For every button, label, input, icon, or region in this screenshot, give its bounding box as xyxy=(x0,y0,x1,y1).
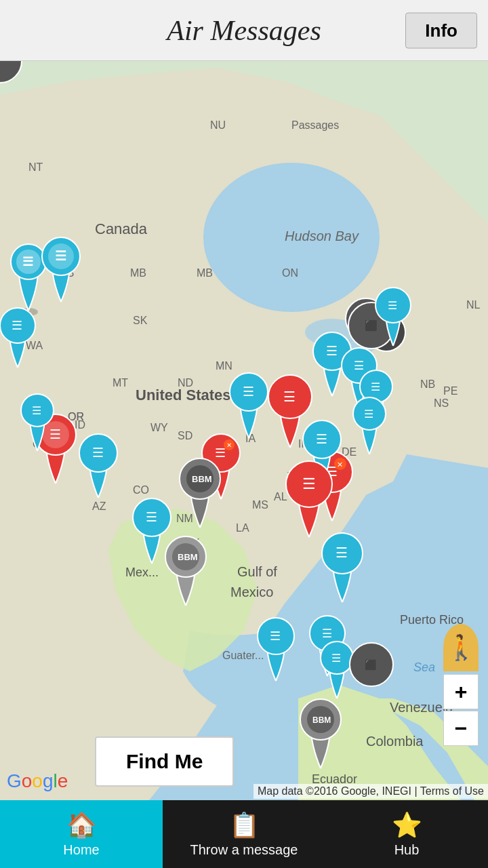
street-view-icon[interactable]: 🚶 xyxy=(443,624,479,671)
svg-text:BBM: BBM xyxy=(178,552,198,562)
svg-text:☰: ☰ xyxy=(322,627,332,640)
svg-text:SK: SK xyxy=(133,315,148,326)
svg-text:☰: ☰ xyxy=(146,510,157,524)
nav-throw[interactable]: 📋 Throw a message xyxy=(163,800,325,868)
zoom-in-button[interactable]: + xyxy=(443,674,479,709)
svg-text:BBM: BBM xyxy=(192,474,212,484)
svg-text:⬛: ⬛ xyxy=(365,659,378,671)
svg-text:MS: MS xyxy=(252,499,268,511)
svg-text:Puerto Rico: Puerto Rico xyxy=(400,613,464,627)
home-label: Home xyxy=(63,842,99,858)
hub-label: Hub xyxy=(394,842,420,858)
svg-text:☰: ☰ xyxy=(92,446,104,460)
svg-text:NS: NS xyxy=(434,397,449,409)
home-icon: 🏠 xyxy=(66,811,97,840)
google-logo: Google xyxy=(7,770,68,792)
svg-text:NM: NM xyxy=(176,513,193,524)
svg-text:WA: WA xyxy=(26,340,43,351)
svg-text:☰: ☰ xyxy=(316,432,327,446)
svg-text:AL: AL xyxy=(274,491,287,502)
svg-text:ON: ON xyxy=(282,267,298,279)
zoom-controls: + − xyxy=(443,674,479,746)
svg-text:SD: SD xyxy=(178,430,192,441)
svg-text:MN: MN xyxy=(216,360,232,372)
find-me-button[interactable]: Find Me xyxy=(95,736,234,787)
svg-text:NL: NL xyxy=(466,299,481,311)
svg-text:MB: MB xyxy=(130,267,146,279)
svg-text:☰: ☰ xyxy=(243,384,254,399)
svg-text:☰: ☰ xyxy=(354,359,364,372)
throw-icon: 📋 xyxy=(229,811,260,840)
svg-text:AZ: AZ xyxy=(92,500,106,512)
svg-text:Mexico: Mexico xyxy=(230,585,273,599)
svg-text:☰: ☰ xyxy=(326,344,338,358)
svg-text:⬛: ⬛ xyxy=(365,319,378,332)
svg-text:CO: CO xyxy=(133,484,149,496)
zoom-out-button[interactable]: − xyxy=(443,711,479,746)
svg-text:LA: LA xyxy=(236,522,249,534)
svg-text:☰: ☰ xyxy=(283,389,296,404)
svg-text:ID: ID xyxy=(75,419,85,431)
svg-text:✕: ✕ xyxy=(226,441,232,449)
svg-text:Mex...: Mex... xyxy=(125,566,159,579)
svg-text:Gulf of: Gulf of xyxy=(237,564,277,579)
nav-hub[interactable]: ⭐ Hub xyxy=(325,800,488,868)
svg-text:NB: NB xyxy=(420,378,435,390)
svg-text:☰: ☰ xyxy=(49,427,61,441)
svg-text:Canada: Canada xyxy=(95,220,148,237)
svg-text:Colombia: Colombia xyxy=(366,734,424,749)
svg-text:ND: ND xyxy=(178,377,193,389)
svg-text:☰: ☰ xyxy=(371,381,380,393)
app-header: Air Messages Info xyxy=(0,0,488,61)
svg-text:MT: MT xyxy=(113,377,128,389)
svg-text:NU: NU xyxy=(210,119,226,131)
svg-text:United States: United States xyxy=(136,387,231,403)
svg-text:☰: ☰ xyxy=(364,408,373,420)
nav-home[interactable]: 🏠 Home xyxy=(0,800,163,868)
info-button[interactable]: Info xyxy=(405,12,477,48)
svg-text:☰: ☰ xyxy=(12,319,22,332)
svg-text:☰: ☰ xyxy=(331,652,341,664)
bottom-nav: 🏠 Home 📋 Throw a message ⭐ Hub xyxy=(0,800,488,868)
app-title: Air Messages xyxy=(167,14,321,47)
svg-text:BBM: BBM xyxy=(312,715,331,725)
map-attribution: Map data ©2016 Google, INEGI | Terms of … xyxy=(253,784,488,799)
svg-text:PE: PE xyxy=(443,385,458,397)
svg-text:☰: ☰ xyxy=(336,545,348,560)
svg-text:✕: ✕ xyxy=(337,460,343,469)
map-view[interactable]: Canada United States Mex... Venezuela Co… xyxy=(0,61,488,800)
svg-text:WY: WY xyxy=(150,422,168,433)
svg-text:☰: ☰ xyxy=(302,475,316,492)
svg-text:Sea: Sea xyxy=(413,660,435,674)
svg-text:Hudson Bay: Hudson Bay xyxy=(285,229,359,243)
svg-text:☰: ☰ xyxy=(388,300,397,311)
throw-label: Throw a message xyxy=(190,842,298,858)
svg-text:☰: ☰ xyxy=(55,249,66,263)
svg-text:Passages: Passages xyxy=(291,119,339,131)
svg-text:☰: ☰ xyxy=(32,405,41,416)
svg-text:☰: ☰ xyxy=(22,255,33,269)
svg-text:Guater...: Guater... xyxy=(222,650,264,661)
hub-icon: ⭐ xyxy=(392,811,422,840)
svg-text:NT: NT xyxy=(28,161,43,173)
svg-text:MB: MB xyxy=(197,267,213,279)
svg-text:☰: ☰ xyxy=(270,629,281,643)
svg-text:☰: ☰ xyxy=(215,446,226,460)
